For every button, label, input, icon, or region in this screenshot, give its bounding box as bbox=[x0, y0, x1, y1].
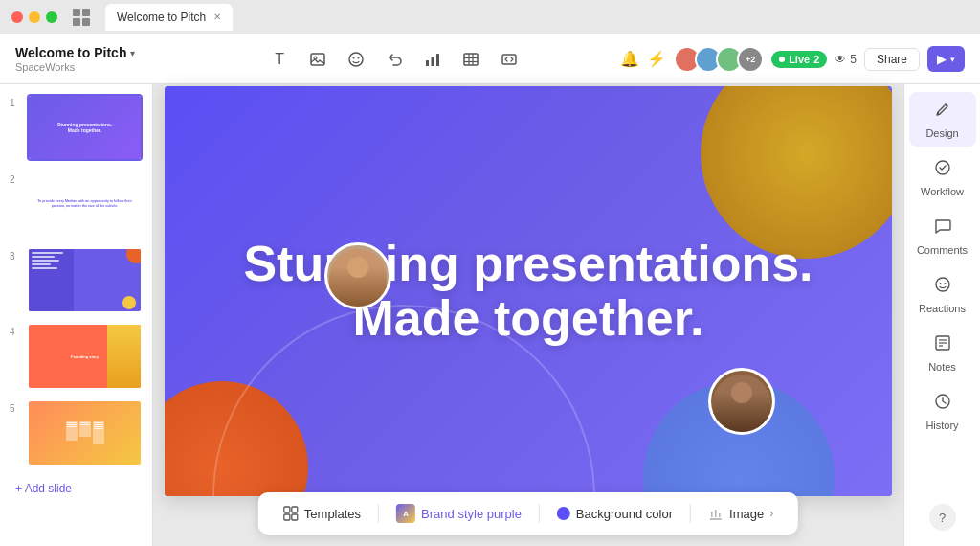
close-dot[interactable] bbox=[11, 11, 23, 23]
slide-thumbnail-3[interactable] bbox=[27, 247, 143, 314]
tab-close-icon[interactable]: ✕ bbox=[213, 11, 221, 22]
workflow-label: Workflow bbox=[921, 186, 964, 197]
slide-canvas[interactable]: Stunning presentations. Made together. bbox=[165, 86, 892, 496]
image-button[interactable]: Image › bbox=[699, 502, 783, 525]
svg-rect-14 bbox=[284, 507, 290, 512]
maximize-dot[interactable] bbox=[46, 11, 57, 23]
header-right: 🔔 ⚡ +2 Live 2 👁 5 Share ▶ ▾ bbox=[620, 46, 965, 73]
comments-icon bbox=[933, 216, 952, 240]
svg-rect-15 bbox=[292, 507, 298, 512]
svg-rect-0 bbox=[311, 54, 324, 65]
comments-label: Comments bbox=[917, 244, 968, 256]
svg-point-25 bbox=[944, 283, 946, 284]
person-avatar-1 bbox=[324, 242, 391, 309]
embed-tool-button[interactable] bbox=[494, 44, 524, 75]
brand-style-button[interactable]: A Brand style purple bbox=[387, 500, 531, 527]
slide-thumbnail-5[interactable] bbox=[27, 399, 143, 466]
slide-thumbnail-2[interactable]: To provide every Martian with an opportu… bbox=[27, 171, 143, 238]
svg-rect-8 bbox=[464, 54, 478, 65]
design-panel-item[interactable]: Design bbox=[909, 92, 976, 147]
live-badge: Live 2 bbox=[771, 51, 827, 68]
grid-icon[interactable] bbox=[73, 9, 90, 26]
notes-panel-item[interactable]: Notes bbox=[909, 326, 976, 380]
add-slide-button[interactable]: + Add slide bbox=[8, 474, 145, 503]
slide-item-5[interactable]: 5 bbox=[8, 398, 145, 468]
toolbar-chevron-icon: › bbox=[769, 507, 773, 520]
live-label: Live bbox=[789, 54, 810, 65]
svg-point-4 bbox=[358, 57, 360, 58]
background-color-button[interactable]: Background color bbox=[547, 503, 682, 525]
undo-tool-button[interactable] bbox=[379, 44, 410, 75]
svg-rect-16 bbox=[284, 514, 290, 520]
history-label: History bbox=[925, 420, 958, 431]
svg-point-24 bbox=[939, 283, 941, 284]
help-button[interactable]: ? bbox=[929, 504, 956, 531]
background-color-label: Background color bbox=[576, 507, 673, 521]
slide-number-1: 1 bbox=[10, 98, 21, 108]
notification-icon[interactable]: 🔔 bbox=[620, 50, 639, 68]
history-icon bbox=[933, 392, 952, 416]
reactions-label: Reactions bbox=[919, 303, 966, 314]
slide-item-1[interactable]: 1 Stunning presentations.Made together. bbox=[8, 92, 145, 163]
avatar-count: +2 bbox=[737, 46, 764, 73]
svg-rect-17 bbox=[292, 514, 298, 520]
tab-title: Welcome to Pitch bbox=[117, 11, 206, 24]
play-chevron: ▾ bbox=[950, 55, 955, 64]
table-tool-button[interactable] bbox=[456, 44, 486, 75]
emoji-tool-button[interactable] bbox=[341, 44, 371, 75]
live-count: 2 bbox=[813, 54, 819, 65]
comments-panel-item[interactable]: Comments bbox=[909, 209, 976, 263]
bolt-icon[interactable]: ⚡ bbox=[647, 50, 666, 68]
app-subtitle: SpaceWorks bbox=[15, 61, 135, 73]
play-button[interactable]: ▶ ▾ bbox=[927, 46, 965, 72]
window-controls bbox=[11, 11, 57, 23]
slide-thumbnail-4[interactable]: Founding story bbox=[27, 323, 143, 390]
app-header: Welcome to Pitch ▾ SpaceWorks T 🔔 ⚡ bbox=[0, 34, 980, 84]
image-tool-button[interactable] bbox=[302, 44, 333, 75]
title-chevron-icon[interactable]: ▾ bbox=[130, 48, 135, 58]
design-label: Design bbox=[925, 127, 958, 139]
workflow-panel-item[interactable]: Workflow bbox=[909, 150, 976, 205]
slide-background: Stunning presentations. Made together. bbox=[165, 86, 892, 496]
person-avatar-2 bbox=[708, 368, 775, 435]
slide-number-3: 3 bbox=[10, 251, 21, 262]
slide-item-2[interactable]: 2 To provide every Martian with an oppor… bbox=[8, 169, 145, 239]
text-tool-button[interactable]: T bbox=[264, 44, 295, 75]
slide-thumb-text-4: Founding story bbox=[67, 351, 102, 363]
play-icon: ▶ bbox=[937, 52, 947, 66]
history-panel-item[interactable]: History bbox=[909, 384, 976, 439]
minimize-dot[interactable] bbox=[29, 11, 40, 23]
views-icon: 👁 bbox=[835, 53, 846, 66]
slide-number-2: 2 bbox=[10, 174, 21, 185]
svg-point-3 bbox=[353, 57, 355, 58]
share-button[interactable]: Share bbox=[864, 48, 920, 71]
templates-icon bbox=[283, 506, 299, 521]
background-color-dot bbox=[557, 507, 570, 520]
svg-point-22 bbox=[936, 161, 949, 174]
chart-tool-button[interactable] bbox=[417, 44, 448, 75]
slide-thumb-text-1: Stunning presentations.Made together. bbox=[54, 118, 116, 137]
reactions-panel-item[interactable]: Reactions bbox=[909, 267, 976, 322]
toolbar-tools: T bbox=[176, 44, 612, 75]
canvas-area: Stunning presentations. Made together. bbox=[153, 84, 903, 546]
slide-item-4[interactable]: 4 Founding story bbox=[8, 321, 145, 392]
circle-top-right bbox=[701, 86, 892, 259]
image-icon bbox=[708, 506, 724, 521]
svg-rect-13 bbox=[502, 55, 516, 64]
notes-label: Notes bbox=[928, 361, 956, 373]
browser-tab[interactable]: Welcome to Pitch ✕ bbox=[105, 4, 233, 31]
add-slide-label: + Add slide bbox=[15, 482, 72, 495]
slide-thumbnail-1[interactable]: Stunning presentations.Made together. bbox=[27, 94, 143, 161]
slide-headline: Stunning presentations. Made together. bbox=[237, 237, 819, 346]
bottom-toolbar: Templates A Brand style purple Backgroun… bbox=[258, 492, 798, 535]
svg-rect-6 bbox=[432, 57, 434, 66]
svg-rect-5 bbox=[426, 60, 429, 66]
slide-thumb-text-2: To provide every Martian with an opportu… bbox=[29, 193, 141, 214]
svg-rect-7 bbox=[436, 54, 439, 66]
templates-button[interactable]: Templates bbox=[274, 502, 370, 525]
svg-point-1 bbox=[314, 57, 317, 59]
toolbar-separator-2 bbox=[539, 504, 540, 523]
slide-number-4: 4 bbox=[10, 327, 21, 337]
slide-item-3[interactable]: 3 bbox=[8, 245, 145, 316]
views-count: 👁 5 bbox=[835, 53, 857, 66]
